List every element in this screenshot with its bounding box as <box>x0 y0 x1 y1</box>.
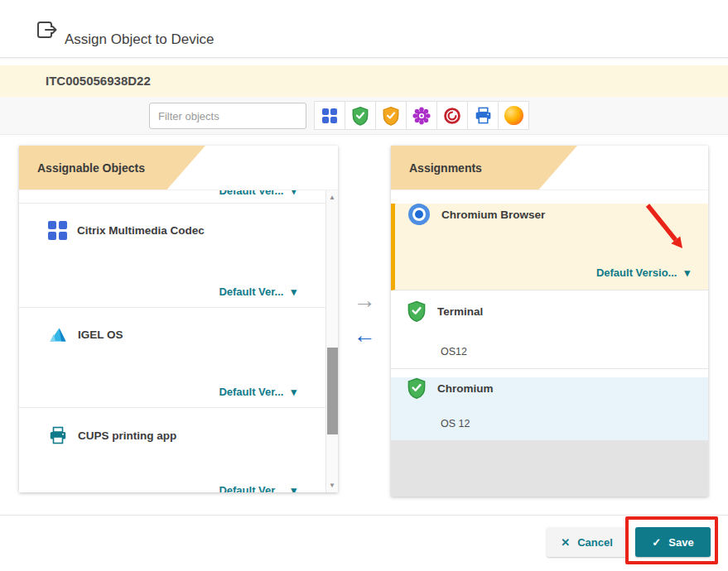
filter-toolbar <box>0 97 728 135</box>
save-button[interactable]: ✓ Save <box>635 527 711 557</box>
assign-object-icon <box>36 20 59 43</box>
chromium-browser-icon <box>408 204 430 225</box>
cancel-button[interactable]: ✕ Cancel <box>547 527 627 557</box>
citrix-icon <box>48 221 67 240</box>
shield-check-icon <box>407 377 426 399</box>
red-ring-icon <box>443 107 461 125</box>
device-id: ITC005056938D22 <box>46 65 151 97</box>
assignment-item-terminal[interactable]: Terminal OS12 <box>391 300 708 369</box>
version-dropdown[interactable]: Default Ver... ▾ <box>219 190 297 197</box>
version-dropdown[interactable]: Default Versio... ▾ <box>596 266 690 279</box>
chevron-down-icon: ▾ <box>291 386 297 397</box>
assignments-empty-area <box>391 441 708 497</box>
assignable-objects-title: Assignable Objects <box>37 146 145 190</box>
list-item-igel-os[interactable]: IGEL OS Default Ver... ▾ <box>19 325 338 408</box>
dialog-header: Assign Object to Device <box>0 0 728 58</box>
dialog-title: Assign Object to Device <box>65 31 214 48</box>
assignable-objects-header: Assignable Objects <box>19 146 338 190</box>
citrix-icon <box>322 108 337 123</box>
object-label: CUPS printing app <box>78 429 176 442</box>
version-dropdown[interactable]: Default Ver... ▾ <box>219 484 297 492</box>
check-icon: ✓ <box>652 537 661 548</box>
assign-arrow-icon[interactable]: → <box>345 288 384 313</box>
assignments-title: Assignments <box>409 146 482 190</box>
filter-printer-button[interactable] <box>467 101 499 130</box>
purple-gear-icon <box>412 107 431 125</box>
object-label: Citrix Multimedia Codec <box>77 224 205 237</box>
os-version-label: OS 12 <box>441 418 470 429</box>
transfer-arrows: → ← <box>345 288 384 348</box>
assignable-objects-list: Default Ver... ▾ Citrix Multimedia Codec… <box>19 190 338 492</box>
chevron-down-icon: ▾ <box>291 190 297 196</box>
assignments-panel: Assignments Chromium Browser Default Ver… <box>391 146 708 497</box>
list-item-citrix-multimedia-codec[interactable]: Citrix Multimedia Codec Default Ver... ▾ <box>19 221 338 308</box>
cancel-label: Cancel <box>577 536 613 549</box>
cups-printer-icon <box>48 425 68 445</box>
filter-green-shield-button[interactable] <box>345 101 376 130</box>
browser-orange-icon <box>504 106 523 125</box>
assignable-objects-panel: Assignable Objects Default Ver... ▾ Citr… <box>19 146 338 492</box>
scroll-up-icon[interactable]: ▲ <box>326 192 338 203</box>
version-label: Default Ver... <box>219 386 283 398</box>
scroll-down-icon[interactable]: ▼ <box>326 480 338 491</box>
assignment-label: Terminal <box>437 305 483 318</box>
assignments-list: Chromium Browser Default Versio... ▾ Ter… <box>391 190 708 497</box>
list-item-cups-printing-app[interactable]: CUPS printing app Default Ver... ▾ <box>19 425 338 492</box>
assignment-label: Chromium <box>437 382 494 395</box>
chevron-down-icon: ▾ <box>684 267 690 278</box>
chevron-down-icon: ▾ <box>291 286 297 297</box>
assignment-label: Chromium Browser <box>441 209 545 221</box>
version-dropdown[interactable]: Default Ver... ▾ <box>219 286 297 298</box>
printer-icon <box>474 106 493 125</box>
version-label: Default Ver... <box>219 286 283 298</box>
shield-check-icon <box>352 106 369 126</box>
list-scrollbar[interactable]: ▲ ▼ <box>325 190 338 492</box>
filter-browser-button[interactable] <box>498 101 529 130</box>
filter-purple-app-button[interactable] <box>406 101 437 130</box>
shield-check-icon <box>407 300 426 322</box>
version-dropdown[interactable]: Default Ver... ▾ <box>219 386 297 398</box>
igel-os-icon <box>48 325 68 343</box>
close-icon: ✕ <box>561 537 570 548</box>
scrollbar-thumb[interactable] <box>327 348 338 434</box>
dialog-footer: ✕ Cancel ✓ Save <box>0 515 728 571</box>
version-label: Default Ver... <box>219 484 283 492</box>
unassign-arrow-icon[interactable]: ← <box>345 323 384 348</box>
assignments-header: Assignments <box>391 146 708 190</box>
os-version-label: OS12 <box>441 346 467 357</box>
version-label: Default Ver... <box>219 190 283 197</box>
list-item-clipped[interactable]: Default Ver... ▾ <box>19 190 338 204</box>
save-label: Save <box>668 536 693 549</box>
shield-orange-icon <box>383 106 399 126</box>
assignment-item-chromium-browser[interactable]: Chromium Browser Default Versio... ▾ <box>391 204 708 290</box>
assignment-item-chromium[interactable]: Chromium OS 12 <box>391 377 708 441</box>
filter-orange-shield-button[interactable] <box>375 101 407 130</box>
assign-object-dialog: Assign Object to Device ITC005056938D22 <box>0 0 728 571</box>
object-label: IGEL OS <box>78 329 123 341</box>
chevron-down-icon: ▾ <box>291 485 297 492</box>
filter-red-app-button[interactable] <box>436 101 468 130</box>
version-label: Default Versio... <box>596 266 677 279</box>
object-type-filter-group <box>315 101 529 130</box>
filter-objects-input[interactable] <box>149 103 306 129</box>
filter-citrix-button[interactable] <box>314 101 345 130</box>
device-bar: ITC005056938D22 <box>0 65 728 97</box>
